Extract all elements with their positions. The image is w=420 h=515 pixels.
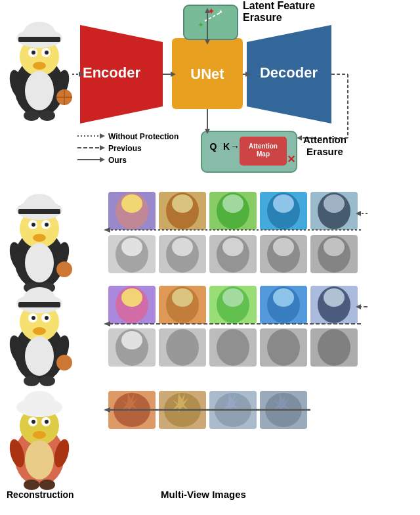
svg-point-15: [16, 28, 62, 48]
svg-point-115: [24, 376, 39, 386]
svg-rect-69: [18, 209, 60, 214]
svg-point-130: [267, 286, 300, 323]
svg-marker-86: [104, 227, 110, 233]
svg-point-59: [32, 223, 35, 227]
svg-rect-126: [209, 286, 257, 324]
svg-point-131: [273, 288, 294, 307]
svg-rect-17: [18, 37, 60, 42]
unet-label: UNet: [190, 66, 224, 82]
decoder-label: Decoder: [260, 64, 318, 81]
svg-rect-96: [260, 235, 307, 273]
svg-point-133: [318, 286, 350, 323]
svg-point-6: [45, 51, 49, 55]
svg-point-122: [121, 288, 142, 307]
svg-point-81: [273, 194, 294, 213]
svg-point-109: [32, 316, 35, 320]
svg-text:→: →: [230, 141, 240, 152]
svg-point-101: [324, 238, 345, 256]
svg-point-88: [116, 236, 148, 273]
svg-point-65: [24, 282, 39, 293]
svg-point-143: [217, 329, 249, 366]
svg-point-78: [222, 194, 243, 213]
svg-rect-123: [159, 286, 206, 324]
svg-point-64: [56, 261, 72, 277]
svg-point-112: [7, 334, 28, 365]
svg-point-61: [25, 243, 54, 282]
svg-marker-103: [356, 211, 361, 216]
svg-rect-120: [108, 286, 156, 324]
svg-rect-76: [209, 192, 257, 230]
svg-point-13: [24, 110, 39, 121]
main-diagram: Encoder UNet Decoder ✦ ✦ Latent Feature …: [0, 0, 420, 515]
svg-point-155: [32, 420, 35, 424]
svg-point-106: [33, 327, 46, 335]
attention-map-box: [201, 131, 297, 172]
svg-text:✦: ✦: [207, 6, 215, 16]
svg-rect-119: [18, 302, 60, 307]
svg-marker-30: [205, 8, 210, 13]
svg-point-98: [273, 238, 294, 256]
svg-rect-144: [260, 328, 307, 367]
svg-point-116: [39, 376, 55, 386]
svg-text:Q: Q: [210, 141, 217, 152]
svg-rect-90: [159, 235, 206, 273]
svg-point-94: [217, 236, 249, 273]
svg-point-63: [52, 240, 72, 272]
svg-rect-39: [240, 137, 287, 166]
svg-point-111: [25, 336, 54, 376]
svg-point-2: [33, 62, 46, 70]
svg-point-141: [166, 329, 199, 366]
svg-point-165: [114, 393, 150, 427]
svg-marker-49: [100, 145, 105, 150]
svg-marker-180: [205, 129, 210, 134]
svg-point-55: [20, 209, 59, 248]
svg-text:Ours: Ours: [108, 156, 127, 165]
svg-rect-142: [209, 328, 257, 367]
svg-point-100: [318, 236, 350, 273]
svg-marker-169: [172, 393, 188, 413]
svg-marker-166: [121, 393, 138, 413]
svg-point-75: [172, 194, 193, 213]
svg-point-92: [172, 238, 193, 256]
svg-point-95: [222, 238, 243, 256]
svg-point-105: [20, 302, 59, 342]
svg-point-66: [39, 282, 55, 293]
svg-point-60: [45, 223, 49, 227]
svg-point-154: [41, 417, 51, 426]
unet-box: [172, 38, 243, 109]
svg-point-114: [56, 355, 72, 370]
svg-point-159: [52, 437, 72, 469]
svg-point-138: [116, 329, 148, 366]
svg-point-83: [318, 192, 350, 229]
svg-point-8: [7, 68, 28, 100]
reconstruction-label: Reconstruction: [7, 489, 74, 500]
svg-text:Attention: Attention: [249, 143, 278, 150]
svg-marker-149: [356, 304, 361, 309]
svg-marker-177: [104, 407, 110, 413]
svg-rect-99: [310, 235, 358, 273]
svg-point-147: [318, 329, 350, 366]
svg-point-125: [172, 288, 193, 307]
svg-point-156: [45, 420, 49, 424]
svg-marker-46: [100, 133, 105, 139]
svg-point-108: [41, 313, 51, 323]
svg-text:Without Protection: Without Protection: [108, 132, 178, 141]
svg-point-128: [222, 288, 243, 307]
svg-point-145: [267, 329, 300, 366]
svg-point-107: [28, 313, 37, 323]
svg-text:Attention: Attention: [303, 134, 346, 145]
svg-point-74: [166, 192, 199, 229]
svg-point-97: [267, 236, 300, 273]
svg-point-168: [164, 393, 201, 427]
diagram-svg: Encoder UNet Decoder ✦ ✦ Latent Feature …: [0, 0, 420, 515]
svg-point-4: [41, 48, 51, 57]
svg-rect-79: [260, 192, 307, 230]
latent-feature-box: [184, 5, 238, 39]
svg-point-153: [28, 417, 37, 426]
svg-point-16: [23, 22, 56, 48]
svg-point-68: [23, 194, 56, 220]
svg-marker-172: [222, 393, 239, 413]
svg-rect-140: [159, 328, 206, 367]
svg-point-104: [14, 323, 64, 382]
encoder-shape: [80, 25, 163, 123]
